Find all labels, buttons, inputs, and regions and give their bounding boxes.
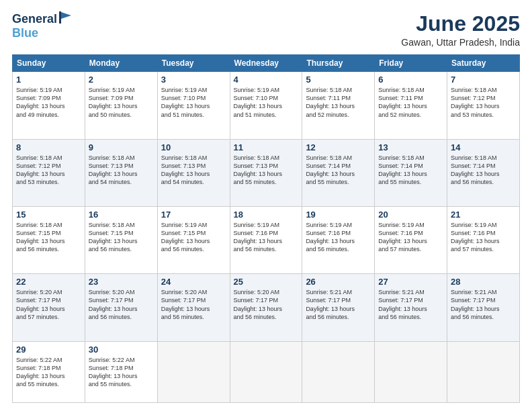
day-info: Sunrise: 5:18 AM Sunset: 7:14 PM Dayligh… [451, 154, 516, 187]
day-info: Sunrise: 5:19 AM Sunset: 7:09 PM Dayligh… [16, 86, 81, 119]
table-row: 7Sunrise: 5:18 AM Sunset: 7:12 PM Daylig… [447, 72, 520, 139]
calendar-week-row: 29Sunrise: 5:22 AM Sunset: 7:18 PM Dayli… [13, 341, 520, 402]
logo-general: General [12, 12, 57, 26]
col-friday: Friday [375, 55, 447, 72]
day-number: 20 [378, 210, 443, 220]
day-number: 4 [234, 75, 299, 85]
calendar-week-row: 15Sunrise: 5:18 AM Sunset: 7:15 PM Dayli… [13, 206, 520, 273]
day-info: Sunrise: 5:19 AM Sunset: 7:16 PM Dayligh… [451, 221, 516, 254]
day-number: 19 [306, 210, 371, 220]
table-row: 4Sunrise: 5:19 AM Sunset: 7:10 PM Daylig… [230, 72, 302, 139]
day-info: Sunrise: 5:19 AM Sunset: 7:15 PM Dayligh… [161, 221, 226, 254]
table-row: 16Sunrise: 5:18 AM Sunset: 7:15 PM Dayli… [85, 206, 157, 273]
col-wednesday: Wednesday [230, 55, 302, 72]
day-number: 16 [89, 210, 154, 220]
day-number: 7 [451, 75, 516, 85]
calendar-header-row: Sunday Monday Tuesday Wednesday Thursday… [13, 55, 520, 72]
day-number: 24 [161, 277, 226, 287]
day-info: Sunrise: 5:19 AM Sunset: 7:10 PM Dayligh… [234, 86, 299, 119]
day-number: 10 [161, 142, 226, 152]
day-number: 25 [234, 277, 299, 287]
day-number: 18 [234, 210, 299, 220]
table-row: 3Sunrise: 5:19 AM Sunset: 7:10 PM Daylig… [157, 72, 230, 139]
table-row: 10Sunrise: 5:18 AM Sunset: 7:13 PM Dayli… [157, 139, 230, 206]
day-info: Sunrise: 5:18 AM Sunset: 7:15 PM Dayligh… [89, 221, 154, 254]
day-info: Sunrise: 5:18 AM Sunset: 7:15 PM Dayligh… [16, 221, 81, 254]
table-row: 5Sunrise: 5:18 AM Sunset: 7:11 PM Daylig… [302, 72, 375, 139]
day-number: 22 [16, 277, 81, 287]
day-number: 13 [378, 142, 443, 152]
day-info: Sunrise: 5:18 AM Sunset: 7:13 PM Dayligh… [161, 154, 226, 187]
day-number: 14 [451, 142, 516, 152]
day-info: Sunrise: 5:22 AM Sunset: 7:18 PM Dayligh… [16, 356, 81, 389]
day-info: Sunrise: 5:18 AM Sunset: 7:12 PM Dayligh… [16, 154, 81, 187]
table-row [447, 341, 520, 402]
logo-blue: Blue [12, 26, 74, 40]
table-row: 18Sunrise: 5:19 AM Sunset: 7:16 PM Dayli… [230, 206, 302, 273]
day-info: Sunrise: 5:20 AM Sunset: 7:17 PM Dayligh… [89, 288, 154, 321]
day-number: 9 [89, 142, 154, 152]
day-info: Sunrise: 5:19 AM Sunset: 7:10 PM Dayligh… [161, 86, 226, 119]
col-tuesday: Tuesday [157, 55, 230, 72]
table-row: 15Sunrise: 5:18 AM Sunset: 7:15 PM Dayli… [13, 206, 85, 273]
day-number: 27 [378, 277, 443, 287]
day-number: 12 [306, 142, 371, 152]
table-row: 14Sunrise: 5:18 AM Sunset: 7:14 PM Dayli… [447, 139, 520, 206]
day-number: 8 [16, 142, 81, 152]
table-row [157, 341, 230, 402]
table-row: 26Sunrise: 5:21 AM Sunset: 7:17 PM Dayli… [302, 274, 375, 341]
day-info: Sunrise: 5:19 AM Sunset: 7:16 PM Dayligh… [234, 221, 299, 254]
table-row: 20Sunrise: 5:19 AM Sunset: 7:16 PM Dayli… [375, 206, 447, 273]
day-info: Sunrise: 5:18 AM Sunset: 7:11 PM Dayligh… [306, 86, 371, 119]
svg-rect-1 [59, 11, 61, 24]
page: General Blue June 2025 Gawan, Uttar Prad… [0, 0, 532, 411]
table-row: 6Sunrise: 5:18 AM Sunset: 7:11 PM Daylig… [375, 72, 447, 139]
day-number: 17 [161, 210, 226, 220]
day-info: Sunrise: 5:21 AM Sunset: 7:17 PM Dayligh… [378, 288, 443, 321]
day-number: 11 [234, 142, 299, 152]
table-row: 13Sunrise: 5:18 AM Sunset: 7:14 PM Dayli… [375, 139, 447, 206]
header: General Blue June 2025 Gawan, Uttar Prad… [12, 12, 520, 48]
calendar-week-row: 1Sunrise: 5:19 AM Sunset: 7:09 PM Daylig… [13, 72, 520, 139]
table-row: 29Sunrise: 5:22 AM Sunset: 7:18 PM Dayli… [13, 341, 85, 402]
table-row: 30Sunrise: 5:22 AM Sunset: 7:18 PM Dayli… [85, 341, 157, 402]
col-sunday: Sunday [13, 55, 85, 72]
day-info: Sunrise: 5:18 AM Sunset: 7:14 PM Dayligh… [306, 154, 371, 187]
col-thursday: Thursday [302, 55, 375, 72]
day-info: Sunrise: 5:18 AM Sunset: 7:13 PM Dayligh… [89, 154, 154, 187]
day-info: Sunrise: 5:19 AM Sunset: 7:16 PM Dayligh… [378, 221, 443, 254]
day-number: 21 [451, 210, 516, 220]
day-info: Sunrise: 5:20 AM Sunset: 7:17 PM Dayligh… [16, 288, 81, 321]
table-row: 12Sunrise: 5:18 AM Sunset: 7:14 PM Dayli… [302, 139, 375, 206]
logo-flag-icon [59, 11, 74, 24]
calendar-table: Sunday Monday Tuesday Wednesday Thursday… [12, 54, 520, 403]
day-info: Sunrise: 5:19 AM Sunset: 7:09 PM Dayligh… [89, 86, 154, 119]
table-row [375, 341, 447, 402]
day-info: Sunrise: 5:20 AM Sunset: 7:17 PM Dayligh… [161, 288, 226, 321]
calendar-week-row: 8Sunrise: 5:18 AM Sunset: 7:12 PM Daylig… [13, 139, 520, 206]
logo-text: General Blue [12, 12, 74, 40]
table-row: 28Sunrise: 5:21 AM Sunset: 7:17 PM Dayli… [447, 274, 520, 341]
day-number: 26 [306, 277, 371, 287]
table-row: 24Sunrise: 5:20 AM Sunset: 7:17 PM Dayli… [157, 274, 230, 341]
table-row [230, 341, 302, 402]
day-info: Sunrise: 5:20 AM Sunset: 7:17 PM Dayligh… [234, 288, 299, 321]
day-info: Sunrise: 5:22 AM Sunset: 7:18 PM Dayligh… [89, 356, 154, 389]
day-number: 2 [89, 75, 154, 85]
logo: General Blue [12, 12, 74, 40]
col-saturday: Saturday [447, 55, 520, 72]
table-row: 11Sunrise: 5:18 AM Sunset: 7:13 PM Dayli… [230, 139, 302, 206]
table-row: 27Sunrise: 5:21 AM Sunset: 7:17 PM Dayli… [375, 274, 447, 341]
table-row: 1Sunrise: 5:19 AM Sunset: 7:09 PM Daylig… [13, 72, 85, 139]
title-area: June 2025 Gawan, Uttar Pradesh, India [401, 12, 520, 48]
day-number: 5 [306, 75, 371, 85]
day-info: Sunrise: 5:18 AM Sunset: 7:13 PM Dayligh… [234, 154, 299, 187]
table-row: 22Sunrise: 5:20 AM Sunset: 7:17 PM Dayli… [13, 274, 85, 341]
location-title: Gawan, Uttar Pradesh, India [401, 37, 520, 48]
day-info: Sunrise: 5:19 AM Sunset: 7:16 PM Dayligh… [306, 221, 371, 254]
table-row: 17Sunrise: 5:19 AM Sunset: 7:15 PM Dayli… [157, 206, 230, 273]
table-row: 21Sunrise: 5:19 AM Sunset: 7:16 PM Dayli… [447, 206, 520, 273]
table-row: 9Sunrise: 5:18 AM Sunset: 7:13 PM Daylig… [85, 139, 157, 206]
day-number: 1 [16, 75, 81, 85]
table-row: 23Sunrise: 5:20 AM Sunset: 7:17 PM Dayli… [85, 274, 157, 341]
